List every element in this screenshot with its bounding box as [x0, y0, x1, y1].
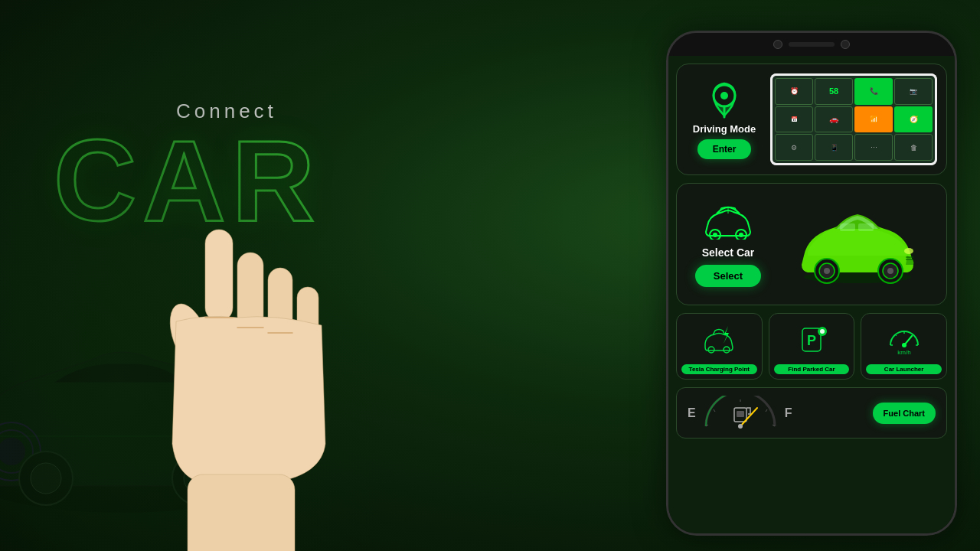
car-image-right	[778, 194, 937, 294]
svg-rect-30	[858, 223, 874, 231]
svg-point-33	[824, 268, 830, 274]
svg-point-38	[708, 347, 714, 353]
find-parked-car-label: Find Parked Car	[774, 364, 850, 374]
svg-rect-29	[840, 223, 855, 231]
find-parked-car-card[interactable]: P Find Parked Car	[769, 313, 855, 380]
svg-point-37	[904, 248, 913, 254]
driving-mode-left: Driving Mode Enter	[686, 80, 763, 159]
fuel-empty-label: E	[688, 406, 696, 420]
tesla-charging-icon	[700, 321, 738, 360]
car-icon	[701, 202, 755, 240]
phone-top-bar	[668, 33, 955, 56]
svg-point-39	[724, 347, 730, 353]
phone-camera-2	[841, 40, 850, 49]
svg-text:km/h: km/h	[897, 349, 910, 356]
phone-camera	[773, 40, 782, 49]
driving-mode-title: Driving Mode	[693, 123, 756, 135]
svg-text:P: P	[807, 333, 816, 348]
car-launcher-icon: km/h	[885, 321, 923, 360]
hand-pointing	[122, 214, 352, 551]
svg-point-36	[887, 268, 893, 274]
phone-side-button	[955, 125, 957, 163]
svg-line-53	[714, 409, 715, 412]
svg-point-43	[820, 329, 825, 334]
select-car-card: Select Car Select	[676, 183, 947, 305]
find-parked-car-icon: P	[792, 321, 831, 360]
select-car-title: Select Car	[702, 246, 754, 259]
phone-device: Driving Mode Enter ⏰ 58 📞 📷 📅 🚗 📶	[666, 31, 957, 536]
fuel-chart-button[interactable]: Fuel Chart	[873, 403, 936, 424]
phone-speaker	[789, 42, 835, 47]
mini-phone-mockup: ⏰ 58 📞 📷 📅 🚗 📶 🧭 ⚙ 📱 ⋯ 🗑	[770, 73, 937, 165]
svg-point-60	[738, 424, 743, 429]
svg-rect-11	[205, 230, 233, 321]
svg-rect-16	[188, 474, 295, 551]
svg-rect-58	[737, 411, 744, 417]
icons-row: Tesla Charging Point P Find Parked Car	[676, 313, 947, 380]
tesla-charging-label: Tesla Charging Point	[681, 364, 757, 374]
enter-button[interactable]: Enter	[697, 139, 752, 159]
fuel-gauge-area: E	[688, 396, 873, 430]
phone-screen: Driving Mode Enter ⏰ 58 📞 📷 📅 🚗 📶	[668, 56, 955, 533]
location-icon	[705, 80, 743, 119]
svg-point-21	[720, 92, 728, 99]
tesla-charging-card[interactable]: Tesla Charging Point	[676, 313, 763, 380]
car-launcher-label: Car Launcher	[866, 364, 942, 374]
driving-mode-card: Driving Mode Enter ⏰ 58 📞 📷 📅 🚗 📶	[676, 64, 947, 175]
select-button[interactable]: Select	[695, 265, 761, 287]
fuel-chart-card: E	[676, 387, 947, 439]
car-launcher-card[interactable]: km/h Car Launcher	[861, 313, 947, 380]
fuel-full-label: F	[785, 406, 792, 420]
select-car-left: Select Car Select	[686, 202, 770, 287]
svg-point-50	[902, 343, 906, 347]
svg-line-55	[766, 409, 767, 412]
svg-point-8	[31, 463, 61, 494]
